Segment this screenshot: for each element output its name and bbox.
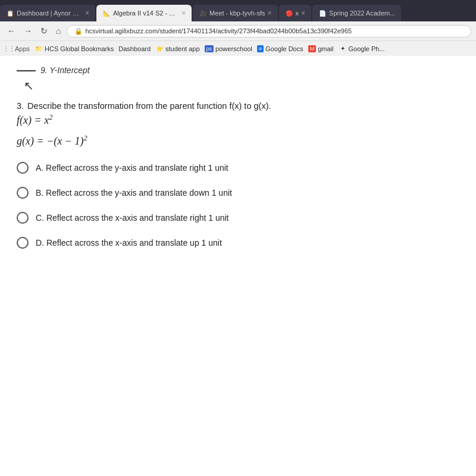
bookmark-gdocs-label: Google Docs bbox=[265, 45, 303, 52]
option-B-row[interactable]: B. Reflect across the y-axis and transla… bbox=[17, 183, 459, 202]
forward-button[interactable]: → bbox=[21, 25, 35, 37]
tab-label-4: x bbox=[296, 10, 299, 17]
tab-bar: 📋 Dashboard | Aynor High × 📐 Algebra II … bbox=[0, 0, 476, 21]
bookmark-dashboard-label: Dashboard bbox=[118, 45, 151, 52]
option-B-text: B. Reflect across the y-axis and transla… bbox=[36, 188, 232, 198]
tab-close-1[interactable]: × bbox=[85, 9, 89, 17]
option-D-text: D. Reflect across the x-axis and transla… bbox=[36, 238, 222, 248]
tab-algebra[interactable]: 📐 Algebra II v14 S2 - Activities × bbox=[96, 5, 192, 21]
tab-close-4[interactable]: × bbox=[301, 9, 305, 17]
fx-label: f(x) = x2 bbox=[17, 114, 52, 126]
bookmark-student-label: student app bbox=[165, 45, 200, 52]
bookmarks-bar: ⋮⋮ Apps 📁 HCS Global Bookmarks Dashboard… bbox=[0, 40, 476, 56]
gx-label: g(x) = −(x − 1)2 bbox=[17, 135, 87, 147]
tab-label-2: Algebra II v14 S2 - Activities bbox=[113, 10, 179, 17]
ps-badge: ps bbox=[205, 45, 214, 52]
cursor-area: ↖ bbox=[17, 80, 459, 101]
bookmark-student[interactable]: ⭐ student app bbox=[155, 45, 200, 53]
option-C-text: C. Reflect across the x-axis and transla… bbox=[36, 213, 228, 223]
url-box[interactable]: 🔒 hcsvirtual.agilixbuzz.com/student/1744… bbox=[67, 25, 471, 37]
docs-icon: ≡ bbox=[257, 45, 264, 52]
question-number: 3. bbox=[17, 101, 24, 111]
y-intercept-label: 9. Y-Intercept bbox=[40, 65, 90, 75]
bookmark-gmail[interactable]: M gmail bbox=[308, 45, 334, 52]
tab-dot[interactable]: 🔴 x × bbox=[279, 5, 312, 21]
radio-A[interactable] bbox=[17, 162, 29, 174]
tab-favicon-3: 🎥 bbox=[199, 9, 207, 17]
tab-favicon-2: 📐 bbox=[102, 9, 111, 17]
option-A-text: A. Reflect across the y-axis and transla… bbox=[36, 163, 228, 173]
radio-C[interactable] bbox=[17, 212, 29, 224]
option-C-row[interactable]: C. Reflect across the x-axis and transla… bbox=[17, 208, 459, 227]
content-inner: 9. Y-Intercept ↖ 3. Describe the transfo… bbox=[0, 56, 476, 476]
url-text: hcsvirtual.agilixbuzz.com/student/174401… bbox=[85, 27, 352, 35]
back-button[interactable]: ← bbox=[5, 25, 18, 37]
tab-favicon-4: 🔴 bbox=[285, 9, 293, 17]
bookmark-photos-label: Google Ph... bbox=[349, 45, 385, 52]
tab-dashboard[interactable]: 📋 Dashboard | Aynor High × bbox=[0, 5, 95, 21]
refresh-button[interactable]: ↻ bbox=[38, 25, 50, 37]
bookmark-apps[interactable]: ⋮⋮ Apps bbox=[5, 45, 30, 53]
tab-favicon-5: 📄 bbox=[318, 9, 327, 17]
question-header: 3. Describe the transformation from the … bbox=[17, 101, 459, 111]
lock-icon: 🔒 bbox=[74, 27, 83, 35]
photos-icon: ✦ bbox=[339, 45, 347, 53]
bookmark-photos[interactable]: ✦ Google Ph... bbox=[339, 45, 385, 53]
option-D-row[interactable]: D. Reflect across the x-axis and transla… bbox=[17, 233, 459, 252]
fx-equation: f(x) = x2 bbox=[17, 113, 459, 127]
section-line bbox=[17, 70, 36, 71]
apps-icon: ⋮⋮ bbox=[5, 45, 13, 53]
page-content: 9. Y-Intercept ↖ 3. Describe the transfo… bbox=[0, 56, 476, 476]
address-bar: ← → ↻ ⌂ 🔒 hcsvirtual.agilixbuzz.com/stud… bbox=[0, 21, 476, 40]
bookmark-hcs-label: HCS Global Bookmarks bbox=[45, 45, 114, 52]
tab-spring[interactable]: 📄 Spring 2022 Academ... bbox=[312, 5, 401, 21]
gmail-icon: M bbox=[308, 45, 317, 52]
gx-equation: g(x) = −(x − 1)2 bbox=[17, 134, 459, 148]
tab-close-2[interactable]: × bbox=[181, 9, 186, 17]
tab-favicon-1: 📋 bbox=[6, 9, 14, 17]
bookmark-dashboard[interactable]: Dashboard bbox=[118, 45, 151, 52]
bookmark-hcs[interactable]: 📁 HCS Global Bookmarks bbox=[35, 45, 114, 53]
star-icon: ⭐ bbox=[155, 45, 164, 53]
radio-D[interactable] bbox=[17, 237, 29, 249]
tab-label-5: Spring 2022 Academ... bbox=[329, 10, 395, 17]
bookmark-gdocs[interactable]: ≡ Google Docs bbox=[257, 45, 303, 52]
folder-icon: 📁 bbox=[35, 45, 43, 53]
tab-close-3[interactable]: × bbox=[268, 9, 272, 17]
tab-label-1: Dashboard | Aynor High bbox=[17, 10, 83, 17]
y-intercept-section: 9. Y-Intercept bbox=[17, 65, 459, 75]
option-A-row[interactable]: A. Reflect across the y-axis and transla… bbox=[17, 158, 459, 177]
cursor-icon: ↖ bbox=[24, 80, 34, 92]
bookmark-ps-label: powerschool bbox=[215, 45, 252, 52]
bookmark-powerschool[interactable]: ps powerschool bbox=[205, 45, 252, 52]
question-text: Describe the transformation from the par… bbox=[27, 101, 271, 111]
bookmark-apps-label: Apps bbox=[15, 45, 30, 52]
browser-window: 📋 Dashboard | Aynor High × 📐 Algebra II … bbox=[0, 0, 476, 476]
tab-label-3: Meet - kbp-tyvh-sfs bbox=[209, 10, 265, 17]
radio-B[interactable] bbox=[17, 187, 29, 199]
tab-meet[interactable]: 🎥 Meet - kbp-tyvh-sfs × bbox=[193, 5, 278, 21]
home-button[interactable]: ⌂ bbox=[54, 25, 63, 37]
bookmark-gmail-label: gmail bbox=[318, 45, 333, 52]
